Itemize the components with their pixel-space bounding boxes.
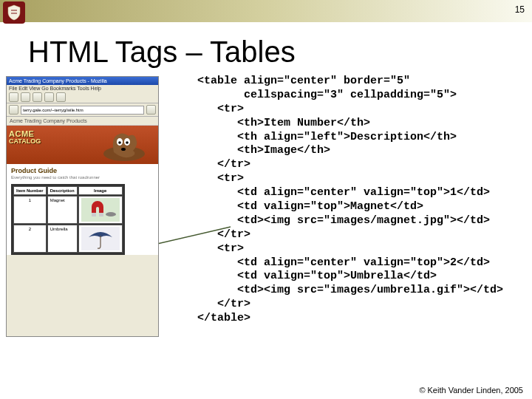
browser-tab: Acme Trading Company Products (7, 117, 158, 126)
browser-page-content: ACME CATALOG Product Guide Everything yo… (7, 126, 158, 255)
svg-rect-8 (99, 213, 103, 216)
browser-toolbar (7, 92, 158, 103)
cell-item-number: 2 (13, 225, 47, 253)
umbrella-image-icon (81, 227, 120, 250)
cell-description: Umbrella (47, 225, 78, 253)
home-button-icon (56, 92, 66, 102)
browser-menubar: File Edit View Go Bookmarks Tools Help (7, 85, 158, 92)
stop-button-icon (44, 92, 54, 102)
th-item-number: Item Number (13, 186, 47, 195)
forward-button-icon (21, 92, 30, 102)
svg-point-3 (118, 141, 121, 144)
svg-point-5 (121, 148, 126, 151)
back-button-icon (9, 92, 18, 102)
browser-titlebar: Acme Trading Company Products - Mozilla (7, 77, 158, 85)
coyote-art-icon (93, 127, 152, 163)
banner-logo-text: ACME CATALOG (9, 130, 41, 145)
cell-image (78, 196, 123, 224)
table-row: 1 Magnet (13, 196, 123, 224)
slide-content: Acme Trading Company Products - Mozilla … (0, 76, 532, 337)
table-row: 2 Umbrella (13, 225, 123, 253)
school-crest-badge (3, 1, 25, 24)
bookmark-star-icon (9, 105, 18, 115)
cell-image (78, 225, 123, 253)
cell-item-number: 1 (13, 196, 47, 224)
shield-icon (7, 4, 21, 21)
svg-point-4 (126, 141, 129, 144)
magnet-image-icon (81, 198, 120, 222)
page-tagline: Everything you need to catch that roadru… (7, 175, 158, 183)
cell-description: Magnet (47, 196, 78, 224)
copyright-footer: © Keith Vander Linden, 2005 (419, 386, 523, 395)
browser-window-mock: Acme Trading Company Products - Mozilla … (6, 76, 159, 337)
product-table: Item Number Description Image 1 Magnet (11, 184, 125, 255)
th-description: Description (47, 186, 78, 195)
table-header-row: Item Number Description Image (13, 186, 123, 195)
slide-title: HTML Tags – Tables (28, 35, 532, 69)
page-subheading: Product Guide (7, 164, 158, 175)
go-button-icon (146, 105, 156, 115)
page-number: 15 (515, 4, 525, 15)
browser-address-row (7, 103, 158, 117)
svg-rect-7 (92, 213, 96, 216)
code-block: <table align="center" border="5" cellspa… (197, 75, 503, 326)
th-image: Image (78, 186, 123, 195)
reload-button-icon (33, 92, 42, 102)
slide-header-bar: 15 (0, 0, 532, 22)
svg-point-9 (106, 212, 116, 216)
acme-banner: ACME CATALOG (7, 126, 158, 164)
address-field (21, 106, 144, 115)
